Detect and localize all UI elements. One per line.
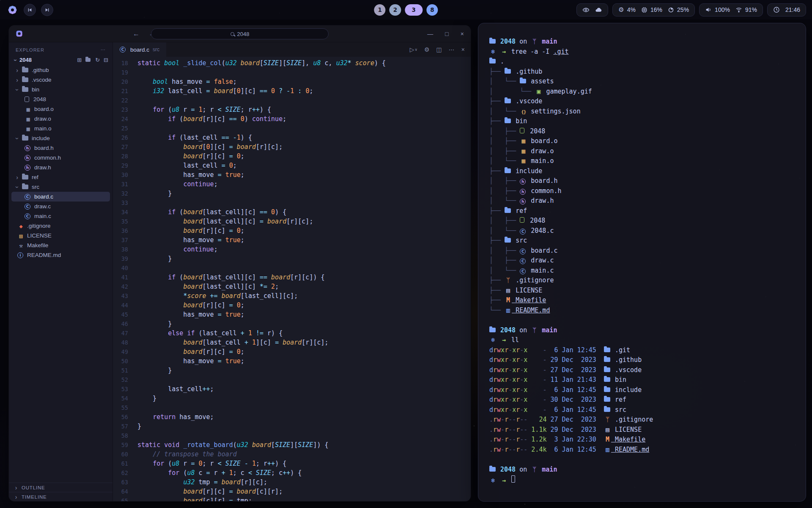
workspace-1[interactable]: 1: [374, 4, 385, 16]
explorer-item-Makefile[interactable]: ⚒Makefile: [11, 240, 110, 250]
explorer-item-board.c[interactable]: Cboard.c: [11, 192, 110, 202]
code-line: 56 return has_move;: [113, 412, 471, 422]
code-line: 34 if (board[last_cell][c] == 0) {: [113, 207, 471, 217]
terminal-text: LICENSE: [611, 426, 642, 433]
folder-icon: [22, 136, 28, 141]
audio-network-pill[interactable]: 100% 91%: [699, 3, 763, 17]
folder-icon: [505, 119, 511, 123]
explorer-item-bin[interactable]: ›bin: [11, 85, 110, 94]
code-text: *score += board[last_cell][c];: [137, 291, 298, 301]
split-editor-button[interactable]: ◫: [436, 46, 442, 53]
terminal-text: .git: [611, 346, 630, 354]
code-line: 48 board[last_cell + 1][c] = board[r][c]…: [113, 338, 471, 347]
explorer-item-main.c[interactable]: Cmain.c: [11, 211, 110, 221]
back-arrow-icon[interactable]: ←: [133, 30, 140, 38]
timeline-panel[interactable]: › TIMELINE: [9, 492, 112, 501]
explorer-item-draw.c[interactable]: Cdraw.c: [11, 202, 110, 211]
weather-pill[interactable]: [576, 3, 608, 17]
license-icon: ▤: [17, 232, 25, 239]
line-number: 38: [113, 245, 137, 254]
workspace-3[interactable]: 3: [405, 4, 422, 16]
chevron-right-icon: ›: [14, 494, 19, 500]
line-number: 28: [113, 152, 137, 161]
new-folder-button[interactable]: [85, 57, 91, 63]
more-actions-button[interactable]: ⋯: [449, 46, 455, 53]
terminal-text: include: [611, 386, 642, 394]
chevron-down-icon: ›: [14, 185, 20, 189]
explorer-item-main.o[interactable]: ▦main.o: [11, 124, 110, 133]
terminal-line: │ ├── ▦ board.o: [489, 137, 795, 147]
terminal-text: include: [512, 167, 542, 175]
terminal-text: x: [512, 406, 516, 414]
explorer-item-include[interactable]: ›include: [11, 133, 110, 143]
line-number: 41: [113, 273, 137, 282]
close-editor-button[interactable]: ×: [461, 46, 465, 53]
terminal-text: -: [508, 446, 512, 453]
outline-panel[interactable]: › OUTLINE: [9, 483, 112, 492]
skip-next-button[interactable]: [41, 4, 53, 16]
clock-pill[interactable]: 21:46: [767, 3, 806, 17]
explorer-item-src[interactable]: ›src: [11, 182, 110, 192]
terminal-line: ├── ref: [489, 207, 795, 217]
refresh-explorer-button[interactable]: ↻: [95, 57, 100, 63]
code-line: 45 has_move = true;: [113, 310, 471, 319]
explorer-more-icon[interactable]: ⋯: [101, 47, 106, 52]
line-number: 27: [113, 142, 137, 152]
tab-board-c[interactable]: C board.c src: [113, 42, 166, 57]
code-line: 26 if (last_cell == -1) {: [113, 133, 471, 142]
terminal-text: w: [497, 436, 501, 443]
terminal-line: ├── ᛘ .gitignore: [489, 276, 795, 287]
line-number: 34: [113, 207, 137, 217]
vscode-titlebar[interactable]: ← → 2048 — □ ×: [9, 25, 471, 42]
terminal-line: │ └── C 2048.c: [489, 227, 795, 237]
terminal-text: on: [516, 326, 531, 334]
git-icon: ᛘ: [505, 276, 512, 284]
command-search-box[interactable]: 2048: [151, 28, 329, 39]
explorer-item-board.o[interactable]: ▦board.o: [11, 104, 110, 114]
maximize-button[interactable]: □: [445, 30, 448, 37]
terminal-text: -: [520, 436, 524, 443]
workspace-2[interactable]: 2: [390, 4, 401, 16]
cfile-icon: C: [520, 229, 526, 235]
close-button[interactable]: ×: [461, 30, 464, 37]
explorer-item-board.h[interactable]: hboard.h: [11, 143, 110, 153]
explorer-item-common.h[interactable]: hcommon.h: [11, 153, 110, 163]
terminal-window[interactable]: 2048 on ᛘ main❄ → tree -a -I .git .├── .…: [478, 23, 806, 502]
explorer-item-README.md[interactable]: iREADME.md: [11, 250, 110, 260]
system-stats-pill[interactable]: ⚙ 4% 16%: [612, 3, 695, 17]
code-line: 64 board[r][c] = board[c][r];: [113, 487, 471, 496]
code-text: board[0][c] = board[r][c];: [137, 142, 283, 152]
gear-button[interactable]: ⚙: [424, 46, 430, 53]
code-text: last_cell = 0;: [137, 161, 237, 170]
terminal-text: d: [489, 366, 493, 374]
code-text: for (u8 c = r + 1; c < SIZE; c++) {: [137, 468, 302, 478]
explorer-item-2048[interactable]: 2048: [11, 94, 110, 104]
terminal-text: -: [512, 416, 516, 423]
explorer-item-LICENSE[interactable]: ▤LICENSE: [11, 231, 110, 240]
terminal-text: x: [512, 346, 516, 354]
terminal-text: x: [501, 406, 505, 414]
minimize-button[interactable]: —: [427, 30, 433, 37]
code-text: continue;: [137, 179, 218, 189]
skip-prev-button[interactable]: [24, 4, 36, 16]
os-logo-button[interactable]: [6, 3, 19, 16]
explorer-item-.gitignore[interactable]: ◆.gitignore: [11, 221, 110, 231]
explorer-item-draw.h[interactable]: hdraw.h: [11, 163, 110, 172]
project-root-row[interactable]: › 2048 ⊞ ↻ ⊟: [9, 55, 112, 64]
terminal-text: settings.json: [527, 108, 580, 115]
new-file-button[interactable]: ⊞: [77, 57, 82, 63]
explorer-item-draw.o[interactable]: ▦draw.o: [11, 114, 110, 124]
arrow-icon: →: [500, 48, 508, 55]
search-value: 2048: [237, 31, 250, 37]
workspace-8[interactable]: 8: [426, 4, 438, 16]
collapse-folders-button[interactable]: ⊟: [104, 57, 108, 63]
file-label: board.h: [34, 145, 54, 151]
explorer-item-ref[interactable]: ›ref: [11, 172, 110, 182]
code-editor[interactable]: 18static bool _slide_col(u32 board[SIZE]…: [113, 57, 471, 501]
explorer-item-.github[interactable]: ›.github: [11, 65, 110, 75]
explorer-item-.vscode[interactable]: ›.vscode: [11, 75, 110, 85]
terminal-text: [596, 426, 604, 433]
run-button[interactable]: ▷∨: [410, 46, 417, 53]
terminal-text: [596, 406, 604, 414]
screen: { "palette": { "fg":"#c0caf5","dim":"#56…: [0, 0, 812, 508]
